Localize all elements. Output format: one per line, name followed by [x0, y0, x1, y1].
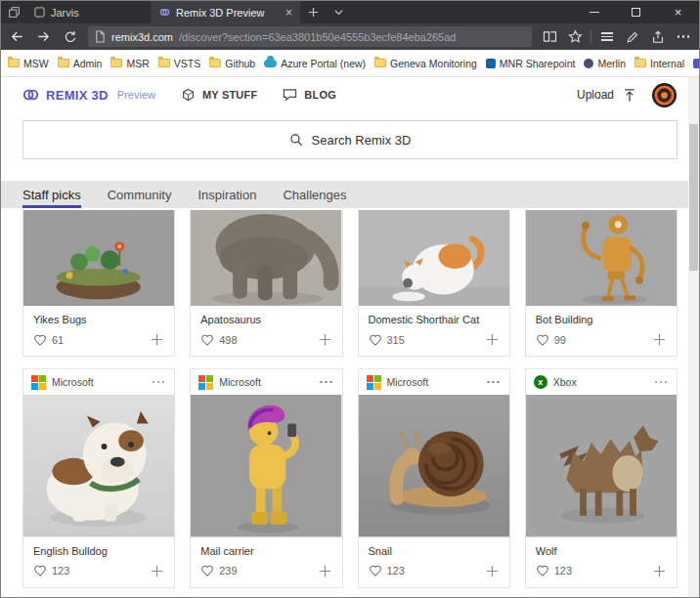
favorite-remix3d[interactable]: Remix3D [693, 58, 699, 69]
like-button[interactable] [33, 333, 47, 347]
like-button[interactable] [200, 333, 214, 347]
favorite-msr[interactable]: MSR [110, 58, 149, 69]
favorite-label: Internal [650, 58, 684, 69]
model-card[interactable]: x Xbox Wolf 123 [525, 368, 678, 587]
add-to-board-button[interactable] [150, 564, 164, 578]
card-menu-button[interactable] [485, 377, 502, 388]
publisher-name: Microsoft [52, 376, 94, 388]
page-scrollbar[interactable] [688, 77, 699, 597]
refresh-button[interactable] [57, 23, 83, 50]
heart-icon [536, 564, 549, 577]
scrollbar-thumb[interactable] [689, 124, 698, 271]
tab-challenges[interactable]: Challenges [283, 181, 346, 208]
model-card[interactable]: Domestic Shorthair Cat 315 [358, 210, 510, 357]
forward-button[interactable] [30, 23, 57, 50]
model-thumbnail[interactable] [526, 395, 677, 536]
set-tabs-aside-button[interactable] [1, 1, 26, 23]
hub-button[interactable] [594, 23, 620, 50]
model-card[interactable]: Microsoft [22, 368, 175, 587]
add-to-board-button[interactable] [652, 564, 667, 578]
add-to-board-button[interactable] [485, 332, 500, 347]
model-thumbnail[interactable] [23, 395, 174, 536]
like-button[interactable] [369, 564, 382, 577]
model-card[interactable]: Microsoft Mail carrier [190, 368, 342, 587]
card-menu-button[interactable] [653, 377, 670, 388]
model-thumbnail[interactable] [23, 210, 174, 306]
nav-blog[interactable]: BLOG [283, 88, 336, 102]
publisher-name: Microsoft [387, 376, 429, 388]
add-to-board-button[interactable] [652, 332, 667, 347]
favorite-sharepoint[interactable]: MNR Sharepoint [486, 58, 576, 69]
favorite-geneva[interactable]: Geneva Monitoring [374, 58, 477, 69]
browser-tab-jarvis[interactable]: Jarvis [26, 1, 152, 23]
model-thumbnail[interactable] [359, 210, 509, 306]
favorite-github[interactable]: Github [209, 58, 255, 69]
card-header: x Xbox [526, 369, 677, 395]
remix-home-link[interactable]: REMIX 3D Preview [22, 88, 155, 103]
model-card[interactable]: Apatosaurus 498 [190, 210, 342, 357]
model-thumbnail[interactable] [359, 395, 509, 536]
nav-my-stuff[interactable]: MY STUFF [181, 88, 257, 102]
upload-button[interactable]: Upload [577, 88, 636, 103]
model-thumbnail[interactable] [191, 210, 341, 306]
favorite-msw[interactable]: MSW [8, 58, 49, 69]
more-button[interactable] [671, 23, 696, 50]
model-thumbnail[interactable] [526, 210, 677, 306]
add-favorite-button[interactable] [562, 23, 588, 50]
tab-inspiration[interactable]: Inspiration [197, 181, 256, 208]
my-stuff-icon [181, 88, 196, 102]
maximize-icon [632, 8, 640, 17]
back-button[interactable] [4, 23, 30, 50]
model-card[interactable]: Microsoft Snail [358, 368, 510, 587]
tab-close-button[interactable]: × [285, 7, 292, 19]
remix-site-icon [693, 59, 699, 68]
reading-view-button[interactable] [537, 23, 562, 50]
search-input[interactable]: Search Remix 3D [22, 120, 678, 159]
favorite-internal[interactable]: Internal [634, 58, 684, 69]
hub-icon [601, 32, 613, 41]
tab-title: Jarvis [51, 7, 79, 19]
model-title: Domestic Shorthair Cat [359, 306, 509, 326]
favorite-label: Merlin [597, 58, 626, 69]
minimize-button[interactable] [573, 1, 615, 23]
favorite-vsts[interactable]: VSTS [158, 58, 200, 69]
brand-name: REMIX 3D [46, 88, 109, 103]
add-to-board-button[interactable] [485, 564, 500, 578]
upload-icon [623, 88, 636, 103]
star-icon [568, 29, 583, 44]
add-to-board-button[interactable] [318, 332, 332, 347]
tab-staff-picks[interactable]: Staff picks [22, 181, 81, 208]
like-button[interactable] [369, 333, 382, 347]
plus-icon [308, 7, 319, 18]
like-button[interactable] [536, 333, 549, 347]
model-card[interactable]: Bot Building 99 [525, 210, 678, 357]
browser-tab-remix[interactable]: Remix 3D Preview × [152, 1, 300, 23]
favorite-label: Github [225, 58, 255, 69]
model-thumbnail[interactable] [191, 395, 341, 536]
favorite-merlin[interactable]: Merlin [584, 58, 626, 69]
like-button[interactable] [200, 564, 214, 577]
model-card[interactable]: Yikes Bugs 61 [22, 210, 175, 357]
add-to-board-button[interactable] [318, 564, 332, 578]
avatar[interactable] [651, 82, 678, 108]
favorite-admin[interactable]: Admin [58, 58, 103, 69]
like-button[interactable] [536, 564, 549, 577]
url-field[interactable]: remix3d.com/discover?section=63ea3801b50… [88, 26, 532, 47]
web-note-button[interactable] [620, 23, 645, 50]
share-button[interactable] [645, 23, 671, 50]
card-menu-button[interactable] [318, 377, 334, 388]
microsoft-logo-icon [198, 375, 213, 390]
tab-favicon [159, 7, 170, 18]
plus-icon [652, 332, 667, 347]
tab-community[interactable]: Community [108, 181, 172, 208]
tab-list-button[interactable] [326, 1, 351, 23]
maximize-button[interactable] [615, 1, 657, 23]
close-button[interactable]: × [657, 1, 699, 23]
add-to-board-button[interactable] [150, 332, 164, 347]
favorites-bar: MSW Admin MSR VSTS Github Azure Portal (… [1, 50, 699, 77]
folder-icon [634, 59, 646, 67]
card-menu-button[interactable] [151, 377, 167, 388]
new-tab-button[interactable] [300, 1, 326, 23]
like-button[interactable] [33, 564, 47, 577]
favorite-azure-portal[interactable]: Azure Portal (new) [264, 58, 366, 69]
